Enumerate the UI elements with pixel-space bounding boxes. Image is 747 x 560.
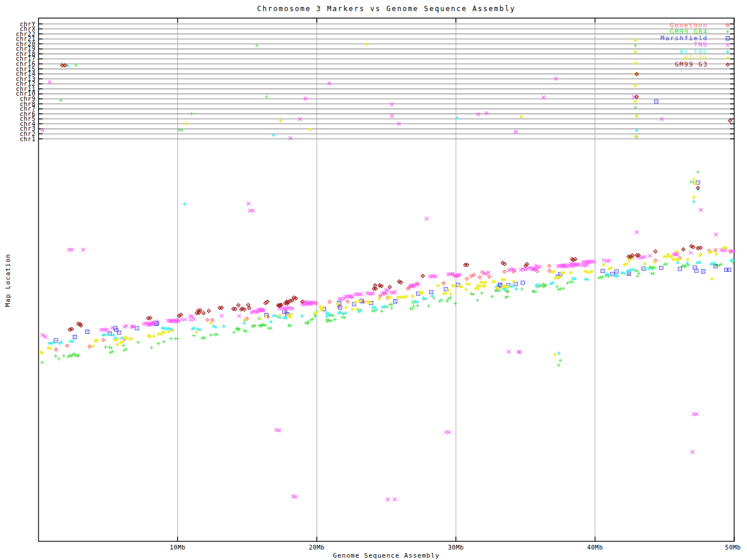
chromosome-label-chr1: chr1 (20, 135, 36, 142)
x-tick-labels: 10Mb20Mb30Mb40Mb50Mb (170, 544, 741, 551)
x-tick-label-20Mb: 20Mb (309, 544, 324, 551)
series-wi_yac (47, 64, 735, 355)
x-tick-label-30Mb: 30Mb (448, 544, 464, 551)
plot-border (39, 18, 734, 541)
x-tick-label-50Mb: 50Mb (725, 544, 741, 551)
chart-canvas: chrYchrXchr22chr21chr20chr19chr18chr17ch… (0, 0, 747, 560)
series-marshfield (54, 100, 731, 342)
x-tick-label-10Mb: 10Mb (170, 544, 186, 551)
series-genethon (54, 249, 732, 352)
legend-entry-gm99_g3: GM99 G3 (675, 61, 729, 68)
chromosome-labels: chrYchrXchr22chr21chr20chr19chr18chr17ch… (16, 20, 36, 142)
chart-page: Chromosome 3 Markers vs Genome Sequence … (0, 0, 747, 560)
series-gm99_gb4 (40, 44, 735, 367)
grid-lines (177, 18, 595, 541)
legend: GenethonGM99 GB4MarshfieldTNGWI YACWI RH… (661, 22, 730, 69)
chromosome-lines (39, 24, 734, 139)
series-wi_rh (39, 38, 728, 356)
series-tng (40, 77, 735, 501)
x-tick-label-40Mb: 40Mb (587, 544, 603, 551)
legend-label-gm99_g3: GM99 G3 (675, 61, 708, 68)
